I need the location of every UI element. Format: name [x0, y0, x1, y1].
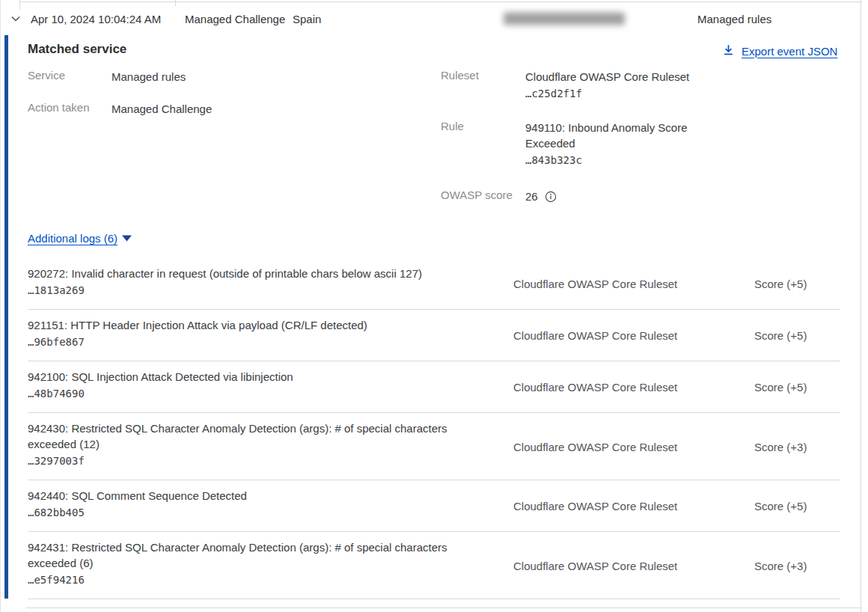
log-description: 942100: SQL Injection Attack Detected vi… [28, 369, 475, 385]
owasp-score-label: OWASP score [441, 189, 513, 201]
service-value: Managed rules [111, 69, 186, 85]
owasp-score-value-group: 26 [525, 189, 557, 204]
caret-down-icon [121, 232, 132, 245]
rule-value: 949110: Inbound Anomaly Score Exceeded …… [525, 120, 705, 169]
event-action: Managed Challenge [185, 12, 285, 25]
event-country: Spain [293, 12, 321, 25]
log-score: Score (+3) [754, 559, 807, 572]
ruleset-name: Cloudflare OWASP Core Ruleset [525, 70, 689, 83]
info-icon[interactable] [545, 191, 557, 203]
selected-row-accent-bar [4, 35, 8, 599]
log-ruleset: Cloudflare OWASP Core Ruleset [513, 278, 677, 290]
log-rule-hash: …1813a269 [28, 281, 475, 299]
log-description: 942430: Restricted SQL Character Anomaly… [28, 420, 475, 452]
log-score: Score (+5) [754, 329, 807, 342]
log-ruleset: Cloudflare OWASP Core Ruleset [513, 559, 677, 572]
log-score: Score (+5) [754, 381, 807, 394]
log-description: 942431: Restricted SQL Character Anomaly… [28, 539, 475, 571]
log-row: 942440: SQL Comment Sequence Detected …6… [28, 480, 840, 532]
download-icon [722, 43, 735, 58]
security-event-panel: Apr 10, 2024 10:04:24 AM Managed Challen… [0, 0, 861, 612]
log-row: 942100: SQL Injection Attack Detected vi… [28, 361, 840, 413]
log-description: 921151: HTTP Header Injection Attack via… [28, 317, 475, 333]
action-taken-value: Managed Challenge [111, 101, 212, 117]
rule-label: Rule [441, 120, 464, 132]
event-detail-body: Matched service Export event JSON Servic… [1, 34, 862, 612]
table-bottom-border [25, 608, 862, 608]
ruleset-id-hash: …c25d2f1f [525, 85, 705, 102]
log-description: 942440: SQL Comment Sequence Detected [28, 488, 475, 504]
log-row: 921151: HTTP Header Injection Attack via… [28, 310, 840, 361]
log-row: 942431: Restricted SQL Character Anomaly… [28, 532, 840, 599]
chevron-down-icon[interactable] [9, 12, 22, 25]
log-rule-hash: …3297003f [28, 452, 475, 470]
log-row: 942430: Restricted SQL Character Anomaly… [28, 413, 840, 480]
log-score: Score (+3) [754, 440, 807, 453]
log-ruleset: Cloudflare OWASP Core Ruleset [513, 329, 677, 342]
log-score: Score (+5) [754, 278, 807, 290]
additional-logs-table: 920272: Invalid character in request (ou… [28, 258, 840, 599]
log-rule-hash: …682bb405 [28, 504, 475, 521]
log-description: 920272: Invalid character in request (ou… [28, 266, 475, 281]
log-rule-hash: …e5f94216 [28, 571, 475, 589]
matched-service-title: Matched service [28, 42, 126, 57]
additional-logs-label: Additional logs (6) [28, 232, 117, 245]
log-row: 920272: Invalid character in request (ou… [28, 258, 840, 310]
ruleset-label: Ruleset [441, 69, 479, 82]
event-timestamp: Apr 10, 2024 10:04:24 AM [31, 12, 161, 25]
log-ruleset: Cloudflare OWASP Core Ruleset [513, 500, 677, 512]
owasp-score-value: 26 [525, 189, 538, 204]
additional-logs-toggle[interactable]: Additional logs (6) [28, 232, 132, 245]
log-ruleset: Cloudflare OWASP Core Ruleset [513, 440, 677, 453]
event-row[interactable]: Apr 10, 2024 10:04:24 AM Managed Challen… [1, 2, 862, 34]
log-score: Score (+5) [754, 500, 807, 512]
service-label: Service [28, 69, 65, 82]
export-event-json-label: Export event JSON [742, 45, 837, 58]
rule-name: 949110: Inbound Anomaly Score Exceeded [525, 121, 688, 150]
log-ruleset: Cloudflare OWASP Core Ruleset [513, 381, 677, 394]
action-taken-label: Action taken [28, 101, 90, 114]
log-rule-hash: …48b74690 [28, 385, 475, 403]
redacted-host-field [504, 12, 625, 25]
rule-id-hash: …843b323c [525, 151, 705, 169]
export-event-json-button[interactable]: Export event JSON [722, 43, 837, 58]
log-rule-hash: …96bfe867 [28, 333, 475, 351]
event-service: Managed rules [697, 12, 771, 25]
ruleset-value: Cloudflare OWASP Core Ruleset …c25d2f1f [525, 69, 705, 102]
